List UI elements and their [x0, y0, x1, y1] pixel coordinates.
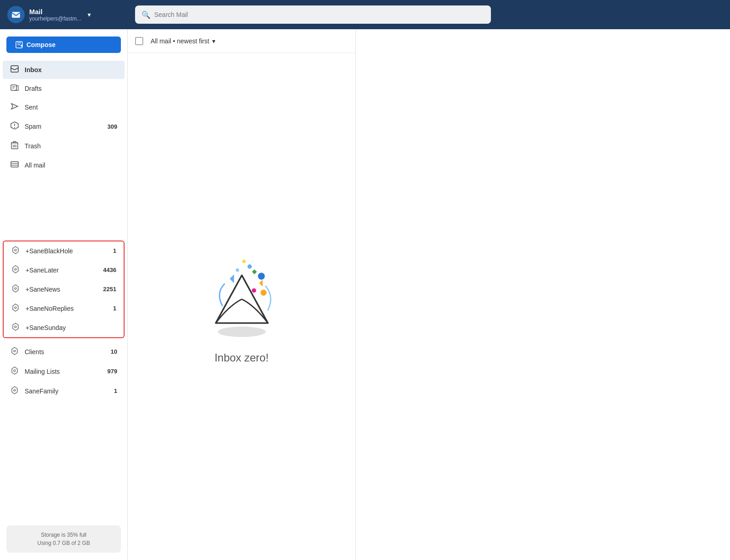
storage-indicator: Storage is 35% full Using 0.7 GB of 2 GB: [6, 525, 121, 553]
sidebar-item-sanenoreplies[interactable]: +SaneNoReplies 1: [4, 299, 124, 318]
svg-rect-22: [11, 162, 18, 167]
compose-button[interactable]: Compose: [6, 37, 121, 53]
brand-chevron-icon: ▾: [88, 11, 91, 18]
sort-label: All mail • newest first: [151, 37, 209, 45]
saneblackhole-badge: 1: [113, 247, 116, 254]
mailinglists-icon: [10, 366, 19, 377]
svg-point-35: [258, 272, 265, 279]
sidebar-item-allmail[interactable]: All mail: [3, 156, 125, 174]
svg-point-27: [15, 288, 16, 289]
search-input[interactable]: [154, 11, 485, 18]
email-list-panel: All mail • newest first ▾: [128, 29, 356, 560]
brand-section[interactable]: Mail yourhelpers@fastm... ▾: [7, 6, 135, 23]
svg-point-39: [260, 289, 266, 295]
sidebar-item-inbox[interactable]: Inbox: [3, 61, 125, 79]
sanefamily-icon: [10, 386, 19, 396]
svg-point-33: [218, 326, 266, 337]
svg-marker-43: [259, 279, 263, 286]
sidebar-item-sent[interactable]: Sent: [3, 98, 125, 116]
inbox-icon: [10, 65, 19, 74]
allmail-label: All mail: [25, 162, 45, 169]
sidebar-item-clients[interactable]: Clients 10: [3, 342, 125, 361]
svg-point-31: [14, 370, 16, 372]
sidebar-item-saneblackhole[interactable]: +SaneBlackHole 1: [4, 241, 124, 261]
sanenews-label: +SaneNews: [26, 286, 60, 293]
svg-point-29: [15, 326, 16, 328]
nav-list: Inbox Drafts Sent Spam: [0, 58, 127, 239]
spam-icon: [10, 121, 19, 131]
mailinglists-label: Mailing Lists: [25, 368, 60, 375]
sort-selector[interactable]: All mail • newest first ▾: [151, 37, 215, 45]
main-layout: Compose Inbox Drafts S: [0, 29, 730, 560]
storage-line1: Storage is 35% full: [13, 531, 115, 539]
svg-point-28: [15, 307, 16, 309]
inbox-zero-label: Inbox zero!: [214, 351, 269, 364]
svg-rect-7: [11, 85, 16, 90]
spam-badge: 309: [107, 123, 117, 130]
sanelater-badge: 4436: [103, 267, 116, 273]
inbox-zero-illustration: [196, 249, 287, 340]
svg-point-37: [235, 268, 239, 272]
sent-icon: [10, 103, 19, 112]
sidebar: Compose Inbox Drafts S: [0, 29, 128, 560]
sanesunday-label: +SaneSunday: [26, 324, 66, 331]
sidebar-item-sanelater[interactable]: +SaneLater 4436: [4, 261, 124, 280]
svg-rect-41: [252, 269, 257, 274]
allmail-icon: [10, 161, 19, 170]
saneblackhole-label: +SaneBlackHole: [26, 247, 73, 255]
clients-label: Clients: [25, 348, 44, 356]
brand-logo: [7, 6, 25, 23]
sanefamily-badge: 1: [114, 387, 117, 394]
sidebar-item-drafts[interactable]: Drafts: [3, 79, 125, 98]
sidebar-item-trash[interactable]: Trash: [3, 136, 125, 156]
brand-email: yourhelpers@fastm...: [29, 16, 81, 22]
drafts-label: Drafts: [25, 85, 42, 92]
svg-point-40: [242, 259, 245, 263]
content-area: All mail • newest first ▾: [128, 29, 730, 560]
sent-label: Sent: [25, 104, 38, 111]
sidebar-item-spam[interactable]: Spam 309: [3, 117, 125, 136]
sort-chevron-icon: ▾: [212, 37, 215, 45]
search-bar[interactable]: 🔍: [135, 5, 491, 24]
search-icon: 🔍: [141, 10, 151, 19]
svg-point-36: [247, 264, 252, 269]
select-all-checkbox[interactable]: [135, 37, 143, 45]
trash-icon: [10, 141, 19, 151]
email-list-header: All mail • newest first ▾: [128, 29, 355, 53]
sanesunday-icon: [11, 323, 20, 333]
sidebar-item-mailinglists[interactable]: Mailing Lists 979: [3, 362, 125, 381]
storage-line2: Using 0.7 GB of 2 GB: [13, 539, 115, 547]
spam-label: Spam: [25, 123, 42, 130]
svg-point-25: [15, 249, 16, 251]
brand-info: Mail yourhelpers@fastm...: [29, 8, 81, 22]
svg-point-30: [14, 350, 16, 352]
svg-point-38: [251, 288, 256, 293]
sanenews-badge: 2251: [103, 286, 116, 293]
sanenoreplies-badge: 1: [113, 305, 116, 312]
compose-label: Compose: [26, 41, 56, 48]
compose-icon: [16, 41, 23, 48]
svg-point-26: [15, 268, 16, 270]
email-list-body: Inbox zero!: [128, 53, 355, 560]
sidebar-item-sanesunday[interactable]: +SaneSunday: [4, 318, 124, 337]
svg-marker-42: [229, 274, 234, 283]
clients-badge: 10: [111, 348, 117, 355]
saneblackhole-icon: [11, 246, 20, 256]
app-header: Mail yourhelpers@fastm... ▾ 🔍: [0, 0, 730, 29]
mailinglists-badge: 979: [107, 368, 117, 375]
drafts-icon: [10, 84, 19, 93]
sidebar-item-sanenews[interactable]: +SaneNews 2251: [4, 280, 124, 299]
sanenews-icon: [11, 284, 20, 294]
inbox-label: Inbox: [25, 66, 42, 73]
extra-nav-list: Clients 10 Mailing Lists 979 SaneFamily …: [0, 340, 127, 520]
sanenoreplies-icon: [11, 304, 20, 314]
svg-rect-0: [12, 12, 20, 18]
clients-icon: [10, 347, 19, 357]
brand-name: Mail: [29, 8, 81, 16]
sane-group: +SaneBlackHole 1 +SaneLater 4436 +SaneNe…: [3, 241, 125, 338]
sanelater-icon: [11, 265, 20, 275]
sidebar-item-sanefamily[interactable]: SaneFamily 1: [3, 382, 125, 401]
preview-panel: [356, 29, 730, 560]
sanefamily-label: SaneFamily: [25, 387, 58, 395]
svg-marker-10: [11, 104, 18, 109]
